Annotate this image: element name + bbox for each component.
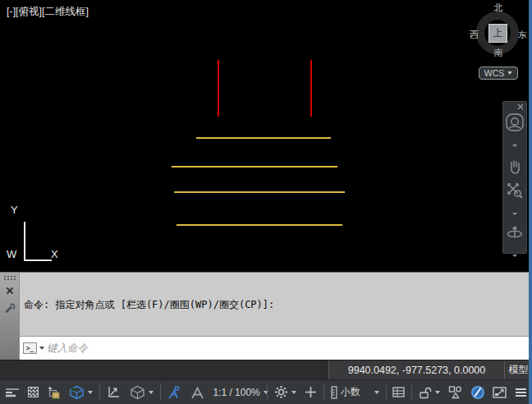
pan-hand-icon <box>506 158 524 176</box>
ucs-x-label: X <box>51 248 58 260</box>
workspace-switching-button[interactable] <box>271 383 300 402</box>
navigation-wheel-flyout[interactable] <box>512 135 517 152</box>
navigation-bar <box>502 101 527 254</box>
chevron-down-icon <box>512 145 517 147</box>
cad-line-horizontal[interactable] <box>196 137 331 139</box>
divider <box>411 384 412 401</box>
navbar-close-button[interactable] <box>517 103 524 110</box>
lock-ui-button[interactable] <box>415 383 443 402</box>
ucs-y-axis <box>24 222 25 260</box>
cad-line-vertical[interactable] <box>218 60 219 117</box>
annotation-visibility-icon <box>167 385 181 400</box>
orbit-button[interactable] <box>504 220 525 245</box>
ucs-y-label: Y <box>11 204 18 216</box>
plus-icon <box>305 386 317 398</box>
isodraft-toggle[interactable] <box>66 383 96 402</box>
chevron-down-icon <box>88 391 93 394</box>
wcs-label: WCS <box>484 68 505 78</box>
orbit-icon <box>505 223 525 242</box>
chevron-down-icon <box>435 391 440 394</box>
cad-line-horizontal[interactable] <box>177 224 342 226</box>
drag-grip[interactable] <box>3 275 16 281</box>
cad-line-horizontal[interactable] <box>174 191 345 193</box>
zoom-flyout[interactable] <box>512 203 517 220</box>
customization-button[interactable] <box>511 383 530 402</box>
status-bar: 1:1 / 100% <box>0 379 532 404</box>
viewcube-north-label[interactable]: 北 <box>494 2 503 14</box>
coordinates-display[interactable]: 9940.0492, -977.5273, 0.0000 <box>328 360 505 379</box>
recent-commands-chevron-icon[interactable] <box>39 347 44 350</box>
annotation-scale-button[interactable]: 1:1 / 100% <box>209 383 264 402</box>
close-icon <box>6 287 14 295</box>
units-value: 小数 <box>341 385 360 399</box>
graphics-performance-toggle[interactable] <box>468 383 488 402</box>
command-history[interactable]: 命令: 指定对角点或 [栏选(F)/圈围(WP)/圈交(CP)]: 命令: 指定… <box>20 273 532 336</box>
gear-icon <box>274 385 288 399</box>
viewcube: 上 北 南 西 东 <box>470 2 527 64</box>
command-main: 命令: 指定对角点或 [栏选(F)/圈围(WP)/圈交(CP)]: 命令: 指定… <box>20 273 532 360</box>
chevron-down-icon <box>512 255 517 257</box>
grid-toggle[interactable] <box>25 383 42 402</box>
ucs-x-axis <box>24 259 52 261</box>
wcs-dropdown[interactable]: WCS <box>479 67 518 80</box>
command-input-row: >_ <box>20 336 532 360</box>
annotation-monitor-toggle[interactable] <box>301 383 320 402</box>
divider <box>99 384 100 401</box>
divider <box>160 384 161 401</box>
hamburger-menu-icon <box>515 388 527 397</box>
fullscreen-icon <box>493 387 507 398</box>
divider <box>267 384 268 401</box>
ruler-icon <box>331 386 337 399</box>
close-icon <box>517 103 524 110</box>
navigation-wheel-icon <box>505 112 525 132</box>
quick-properties-icon <box>392 387 405 397</box>
cad-line-horizontal[interactable] <box>172 166 337 168</box>
gizmo-toggle[interactable] <box>126 383 157 402</box>
annotation-visibility-toggle[interactable] <box>163 383 185 402</box>
divider <box>386 384 387 401</box>
chevron-down-icon <box>507 71 512 75</box>
viewcube-west-label[interactable]: 西 <box>470 29 479 41</box>
viewcube-south-label[interactable]: 南 <box>494 47 503 59</box>
graphics-performance-icon <box>471 386 484 399</box>
chevron-down-icon <box>291 391 296 394</box>
ucs-icon: Y W X <box>0 197 90 271</box>
command-input[interactable] <box>47 337 532 360</box>
command-close-button[interactable] <box>6 287 14 295</box>
drawing-canvas[interactable]: [-][俯视][二维线框] 上 北 南 西 东 WCS <box>0 0 532 272</box>
dynamic-ucs-icon <box>107 385 122 399</box>
pan-button[interactable] <box>504 155 525 178</box>
command-window: 命令: 指定对角点或 [栏选(F)/圈围(WP)/圈交(CP)]: 命令: 指定… <box>0 272 532 360</box>
chevron-down-icon <box>374 391 379 394</box>
orbit-flyout[interactable] <box>512 245 517 262</box>
zoom-extents-button[interactable] <box>504 178 525 203</box>
isolate-objects-button[interactable] <box>445 383 466 402</box>
command-prompt-badge[interactable]: >_ <box>23 342 37 354</box>
wrench-icon <box>4 302 16 314</box>
units-button[interactable]: 小数 <box>328 383 383 402</box>
grid-icon <box>28 387 39 397</box>
command-window-titlebar <box>0 273 20 360</box>
navigation-wheel-button[interactable] <box>504 110 525 135</box>
viewcube-top-face[interactable]: 上 <box>488 24 507 43</box>
autocad-window: [-][俯视][二维线框] 上 北 南 西 东 WCS <box>0 0 532 404</box>
zoom-icon <box>505 181 525 200</box>
command-history-line: 命令: 指定对角点或 [栏选(F)/圈围(WP)/圈交(CP)]: <box>24 299 528 311</box>
dynamic-ucs-toggle[interactable] <box>103 383 125 402</box>
quick-properties-toggle[interactable] <box>389 383 408 402</box>
clean-screen-button[interactable] <box>489 383 510 402</box>
annotation-scale-value: 1:1 / 100% <box>213 387 259 398</box>
cad-line-vertical[interactable] <box>310 60 312 117</box>
annotation-autoscale-icon <box>190 385 204 400</box>
infer-constraints-icon <box>47 386 61 399</box>
lineweight-toggle[interactable] <box>2 383 23 402</box>
infer-constraints-toggle[interactable] <box>44 383 64 402</box>
command-settings-button[interactable] <box>4 302 16 314</box>
viewcube-east-label[interactable]: 东 <box>518 29 527 41</box>
divider <box>323 384 324 401</box>
unlock-icon <box>419 386 432 399</box>
gizmo-cube-icon <box>130 385 145 400</box>
isodraft-cube-icon <box>69 385 85 400</box>
annotation-autoscale-toggle[interactable] <box>186 383 208 402</box>
chevron-down-icon <box>149 391 154 394</box>
